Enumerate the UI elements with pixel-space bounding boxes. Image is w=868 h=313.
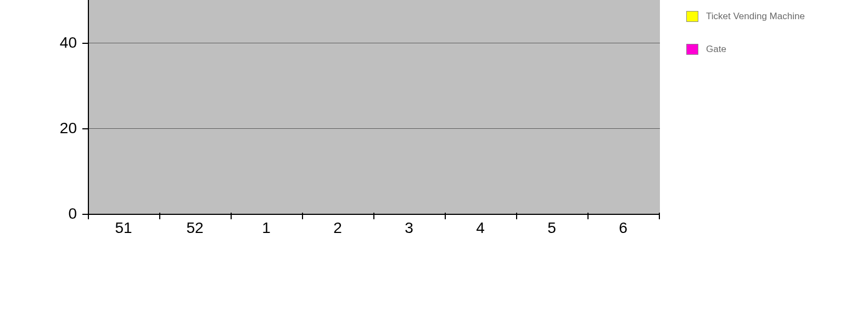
y-tick: [82, 128, 88, 129]
x-axis-label: 51: [115, 219, 132, 237]
x-tick: [88, 213, 89, 219]
gridline: [89, 128, 660, 129]
x-tick: [373, 213, 374, 219]
x-tick: [587, 213, 589, 219]
plot-area: [88, 0, 660, 215]
chart-container: 0 20 40 51 52 1 2 3 4 5 6 Ticket Vending…: [0, 0, 868, 313]
y-tick: [82, 43, 88, 44]
legend-swatch-icon: [686, 11, 698, 22]
y-axis-label: 40: [44, 34, 77, 52]
legend-swatch-icon: [686, 44, 698, 55]
x-axis-label: 3: [405, 219, 413, 237]
gridline: [89, 43, 660, 43]
legend-item-tvm: Ticket Vending Machine: [686, 11, 851, 22]
legend-label: Gate: [706, 44, 726, 55]
x-axis-label: 5: [547, 219, 556, 237]
y-axis-label: 20: [44, 119, 77, 137]
x-axis-label: 2: [333, 219, 342, 237]
x-tick: [445, 213, 446, 219]
legend-item-gate: Gate: [686, 44, 851, 55]
x-tick: [302, 213, 303, 219]
x-axis-label: 4: [476, 219, 485, 237]
y-axis-label: 0: [44, 205, 77, 223]
y-tick: [82, 214, 88, 215]
legend: Ticket Vending Machine Gate: [686, 11, 851, 77]
x-axis-label: 52: [186, 219, 203, 237]
x-axis-label: 6: [619, 219, 628, 237]
x-tick: [659, 213, 660, 219]
x-tick: [159, 213, 160, 219]
x-axis-label: 1: [262, 219, 271, 237]
x-tick: [516, 213, 517, 219]
x-tick: [231, 213, 232, 219]
legend-label: Ticket Vending Machine: [706, 11, 805, 22]
